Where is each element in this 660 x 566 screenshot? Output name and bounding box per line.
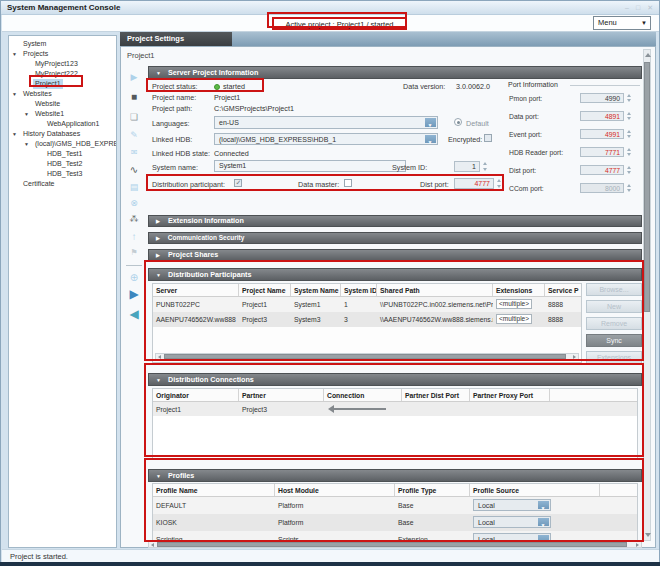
tree-item-project1[interactable]: Project1 bbox=[9, 79, 116, 89]
expand-icon[interactable]: ▼ bbox=[12, 129, 17, 139]
col-system-name[interactable]: System Name bbox=[291, 284, 341, 296]
main-hscrollbar[interactable] bbox=[148, 541, 642, 548]
scroll-right-icon[interactable] bbox=[573, 355, 576, 359]
scrollbar-thumb[interactable] bbox=[164, 354, 566, 359]
tree-item-history-databases[interactable]: ▼History Databases bbox=[9, 129, 116, 139]
close-icon[interactable]: ✕ bbox=[647, 1, 653, 15]
tree-item-webapplication1[interactable]: WebApplication1 bbox=[9, 119, 116, 129]
encrypted-checkbox[interactable] bbox=[484, 134, 492, 142]
section-server-project-information[interactable]: Server Project Information bbox=[148, 66, 642, 79]
section-distribution-participants[interactable]: Distribution Participants bbox=[148, 268, 642, 281]
sync-button[interactable]: Sync bbox=[586, 334, 642, 347]
col-project-name[interactable]: Project Name bbox=[239, 284, 291, 296]
play-icon[interactable]: ▶ bbox=[121, 70, 147, 84]
scroll-left-icon[interactable] bbox=[158, 355, 161, 359]
profile-source-dropdown[interactable]: Local bbox=[473, 516, 551, 528]
stepper-arrows-icon[interactable] bbox=[626, 165, 633, 175]
scroll-right-icon[interactable] bbox=[636, 543, 639, 547]
hdb-reader-port-stepper[interactable]: 7771 bbox=[580, 147, 624, 157]
distribution-icon[interactable]: ⁂ bbox=[121, 212, 147, 226]
col-profile-type[interactable]: Profile Type bbox=[395, 484, 470, 496]
chevron-down-icon[interactable] bbox=[425, 135, 436, 143]
chevron-down-icon[interactable] bbox=[425, 118, 436, 127]
tree-item-hdb-express[interactable]: ▼(local)\GMS_HDB_EXPRESS bbox=[9, 139, 116, 149]
section-profiles[interactable]: Profiles bbox=[148, 469, 642, 482]
stepper-arrows-icon[interactable] bbox=[626, 111, 633, 121]
col-originator[interactable]: Originator bbox=[153, 389, 239, 401]
col-server[interactable]: Server bbox=[153, 284, 239, 296]
section-distribution-connections[interactable]: Distribution Connections bbox=[148, 373, 642, 386]
cancel-icon[interactable]: ⊗ bbox=[121, 196, 147, 210]
add-icon[interactable]: ⊕ bbox=[121, 271, 147, 285]
scroll-left-icon[interactable] bbox=[151, 543, 154, 547]
chart-icon[interactable]: ∿ bbox=[121, 163, 147, 177]
col-system-id[interactable]: System ID bbox=[341, 284, 377, 296]
participants-hscrollbar[interactable] bbox=[155, 353, 579, 360]
new-button[interactable]: New bbox=[586, 300, 642, 313]
expand-icon[interactable]: ▼ bbox=[12, 89, 17, 99]
event-port-stepper[interactable]: 4991 bbox=[580, 129, 624, 139]
expand-icon[interactable]: ▼ bbox=[24, 109, 29, 119]
pmon-port-stepper[interactable]: 4990 bbox=[580, 93, 624, 103]
stepper-arrows-icon[interactable] bbox=[496, 178, 503, 189]
extensions-dropdown[interactable]: <multiple> bbox=[496, 314, 532, 324]
browse-button[interactable]: Browse... bbox=[586, 283, 642, 296]
profile-row[interactable]: KIOSK Platform Base Local bbox=[153, 514, 637, 531]
expand-icon[interactable]: ▼ bbox=[12, 49, 17, 59]
profile-row[interactable]: DEFAULT Platform Base Local bbox=[153, 497, 637, 514]
expand-icon[interactable]: ▼ bbox=[24, 139, 29, 149]
tree-item-system[interactable]: System bbox=[9, 39, 116, 49]
maximize-icon[interactable]: □ bbox=[636, 1, 640, 15]
connection-row[interactable]: Project1 Project3 bbox=[153, 402, 637, 416]
main-vscrollbar[interactable] bbox=[643, 49, 651, 541]
scrollbar-thumb[interactable] bbox=[644, 62, 650, 312]
stepper-arrows-icon[interactable] bbox=[626, 93, 633, 103]
extensions-dropdown[interactable]: <multiple> bbox=[496, 299, 532, 309]
participant-row[interactable]: PUNBT022PC Project1 System1 1 \\PUNBT022… bbox=[153, 297, 581, 312]
col-connection[interactable]: Connection bbox=[324, 389, 402, 401]
tree-item-myproject222[interactable]: MyProject222 bbox=[9, 69, 116, 79]
tree-item-certificate[interactable]: Certificate bbox=[9, 179, 116, 189]
stepper-arrows-icon[interactable] bbox=[626, 147, 633, 157]
scrollbar-thumb[interactable] bbox=[157, 542, 627, 547]
col-partner-dist-port[interactable]: Partner Dist Port bbox=[402, 389, 470, 401]
remove-button[interactable]: Remove bbox=[586, 317, 642, 330]
back-icon[interactable]: ◀ bbox=[121, 307, 147, 321]
upload-icon[interactable]: ↑ bbox=[121, 230, 147, 244]
languages-dropdown[interactable]: en-US bbox=[214, 116, 438, 129]
tree-item-websites[interactable]: ▼Websites bbox=[9, 89, 116, 99]
participant-row[interactable]: AAENPU746562W.ww888 Project3 System3 3 \… bbox=[153, 312, 581, 327]
col-host-module[interactable]: Host Module bbox=[275, 484, 395, 496]
scroll-up-icon[interactable] bbox=[645, 53, 651, 57]
tree-item-hdb-test1[interactable]: HDB_Test1 bbox=[9, 149, 116, 159]
save-icon[interactable]: ▤ bbox=[121, 180, 147, 194]
profile-source-dropdown[interactable]: Local bbox=[473, 499, 551, 511]
tree-item-website[interactable]: Website bbox=[9, 99, 116, 109]
chevron-down-icon[interactable] bbox=[538, 501, 549, 509]
tree-item-website1[interactable]: ▼Website1 bbox=[9, 109, 116, 119]
system-id-stepper[interactable]: 1 bbox=[454, 161, 480, 172]
dist-port-info-stepper[interactable]: 4777 bbox=[580, 165, 624, 175]
col-profile-source[interactable]: Profile Source bbox=[470, 484, 600, 496]
tree-item-hdb-test2[interactable]: HDB_Test2 bbox=[9, 159, 116, 169]
stepper-arrows-icon[interactable] bbox=[626, 129, 633, 139]
tree-item-projects[interactable]: ▼Projects bbox=[9, 49, 116, 59]
pin-icon[interactable]: ⚑ bbox=[121, 246, 147, 260]
extensions-button[interactable]: Extensions bbox=[586, 351, 642, 364]
section-project-shares[interactable]: Project Shares bbox=[148, 249, 642, 261]
col-shared-path[interactable]: Shared Path bbox=[377, 284, 493, 296]
section-extension-information[interactable]: Extension Information bbox=[148, 215, 642, 227]
scroll-down-icon[interactable] bbox=[645, 533, 651, 537]
tree-item-myproject123[interactable]: MyProject123 bbox=[9, 59, 116, 69]
stepper-arrows-icon[interactable] bbox=[482, 161, 489, 172]
tree-item-hdb-test3[interactable]: HDB_Test3 bbox=[9, 169, 116, 179]
document-icon[interactable]: ❏ bbox=[121, 110, 147, 124]
minimize-icon[interactable]: – bbox=[625, 1, 629, 15]
col-partner-proxy-port[interactable]: Partner Proxy Port bbox=[470, 389, 550, 401]
data-master-checkbox[interactable] bbox=[344, 179, 352, 187]
data-port-stepper[interactable]: 4891 bbox=[580, 111, 624, 121]
menu-dropdown[interactable]: Menu ▼ bbox=[593, 16, 651, 30]
stop-icon[interactable]: ■ bbox=[121, 90, 147, 104]
default-radio[interactable] bbox=[454, 118, 462, 126]
col-extensions[interactable]: Extensions bbox=[493, 284, 545, 296]
